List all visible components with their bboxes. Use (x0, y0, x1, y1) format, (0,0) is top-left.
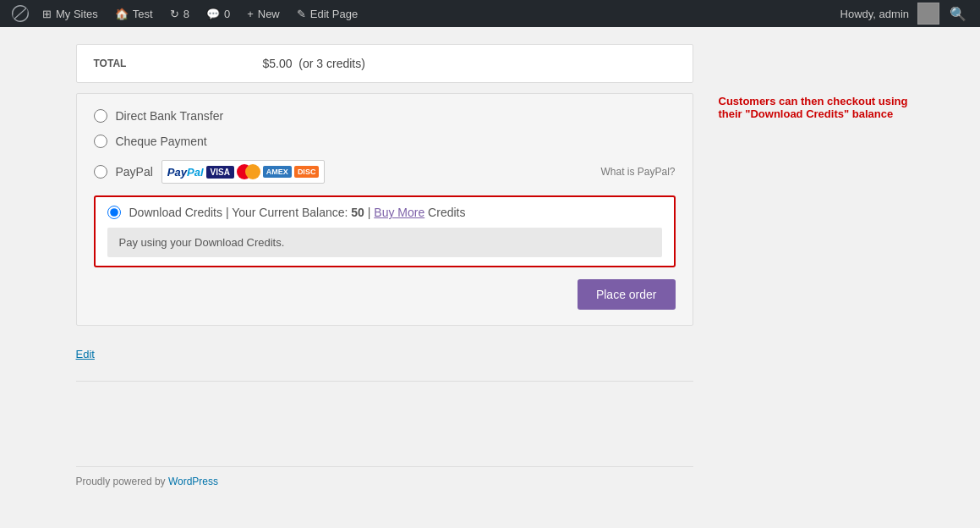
edit-page-menu[interactable]: ✎ Edit Page (288, 0, 366, 27)
howdy-text: Howdy, admin (835, 8, 914, 20)
paypal-radio[interactable] (94, 165, 107, 179)
comments-icon: 💬 (206, 8, 220, 20)
wordpress-link[interactable]: WordPress (168, 476, 218, 487)
cheque-label: Cheque Payment (116, 135, 207, 148)
edit-icon: ✎ (297, 8, 306, 20)
total-row: TOTAL $5.00 (or 3 credits) (76, 44, 693, 83)
new-menu[interactable]: + New (238, 0, 288, 27)
direct-bank-option[interactable]: Direct Bank Transfer (94, 109, 676, 123)
test-site-icon: 🏠 (115, 8, 129, 20)
total-credits: (or 3 credits) (298, 57, 365, 70)
download-credits-label: Download Credits | Your Current Balance:… (129, 206, 466, 219)
edit-page-label: Edit Page (310, 8, 358, 20)
balance-value: 50 (351, 206, 364, 219)
download-credits-description: Pay using your Download Credits. (107, 228, 662, 257)
place-order-button[interactable]: Place order (578, 279, 676, 310)
cheque-option[interactable]: Cheque Payment (94, 135, 676, 148)
paypal-option[interactable]: PayPal PayPal VISA AMEX DISC What is Pay… (94, 160, 676, 184)
paypal-label: PayPal (116, 165, 153, 179)
direct-bank-radio[interactable] (94, 109, 107, 123)
search-icon[interactable]: 🔍 (943, 6, 973, 22)
my-sites-label: My Sites (56, 8, 98, 20)
discover-badge: DISC (294, 166, 320, 178)
test-site-label: Test (133, 8, 153, 20)
payment-section: Direct Bank Transfer Cheque Payment PayP… (76, 93, 693, 326)
plus-icon: + (247, 8, 254, 20)
annotation: Customers can then checkout using their … (719, 95, 922, 120)
comments-menu[interactable]: 💬 0 (198, 0, 238, 27)
mc-right-icon (245, 164, 260, 179)
what-is-paypal-link[interactable]: What is PayPal? (600, 166, 675, 178)
avatar[interactable] (917, 3, 939, 25)
download-credits-option: Download Credits | Your Current Balance:… (94, 195, 676, 267)
powered-by: Proudly powered by WordPress (76, 476, 693, 487)
place-order-row: Place order (94, 279, 676, 310)
visa-badge: VISA (206, 166, 234, 179)
divider (76, 381, 693, 382)
my-sites-menu[interactable]: ⊞ My Sites (34, 0, 107, 27)
download-credits-radio[interactable] (107, 206, 121, 219)
total-value: $5.00 (or 3 credits) (263, 57, 365, 70)
bottom-divider (76, 466, 693, 467)
buy-more-link[interactable]: Buy More (374, 206, 424, 219)
sync-icon: ↻ (170, 8, 179, 20)
paypal-logos: PayPal VISA AMEX DISC (162, 160, 326, 184)
cheque-radio[interactable] (94, 135, 107, 148)
download-credits-header: Download Credits | Your Current Balance:… (107, 206, 662, 219)
new-label: New (258, 8, 280, 20)
admin-bar: ⊞ My Sites 🏠 Test ↻ 8 💬 0 + New ✎ Edit P… (0, 0, 980, 27)
sync-menu[interactable]: ↻ 8 (162, 0, 198, 27)
direct-bank-label: Direct Bank Transfer (116, 109, 224, 123)
amex-badge: AMEX (263, 166, 292, 178)
test-site-menu[interactable]: 🏠 Test (107, 0, 162, 27)
comments-count: 0 (224, 8, 230, 20)
adminbar-right: Howdy, admin 🔍 (835, 3, 973, 25)
total-label: TOTAL (94, 58, 263, 69)
main-content: TOTAL $5.00 (or 3 credits) Direct Bank T… (76, 44, 693, 487)
total-amount: $5.00 (263, 57, 293, 70)
edit-link[interactable]: Edit (76, 348, 95, 360)
my-sites-icon: ⊞ (42, 8, 52, 20)
wp-logo[interactable] (7, 0, 34, 27)
paypal-logo-text: PayPal (167, 166, 204, 179)
sync-count: 8 (183, 8, 189, 20)
